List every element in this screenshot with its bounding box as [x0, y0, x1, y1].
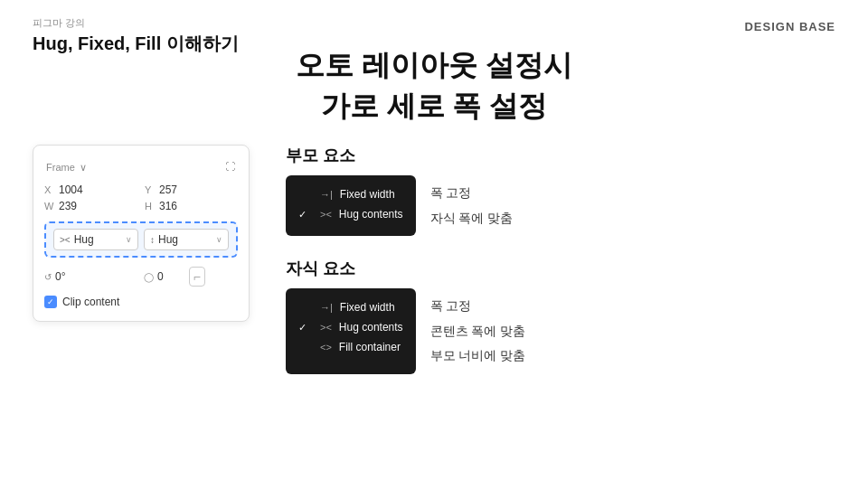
panel-frame-row: Frame ∨ ⛶: [44, 158, 238, 174]
corner-icon: ⌐: [189, 267, 205, 287]
parent-hug-check: ✓: [298, 209, 313, 221]
parent-section: 부모 요소 →| Fixed width ✓ >< Hug contents: [286, 145, 835, 236]
child-item-fixed: →| Fixed width: [298, 297, 403, 317]
header-subtitle: 피그마 강의: [33, 16, 239, 30]
child-hug-icon: ><: [320, 322, 332, 333]
parent-section-title: 부모 요소: [286, 145, 835, 166]
w-value: 239: [59, 200, 77, 212]
panel-expand-icon[interactable]: ⛶: [222, 158, 238, 174]
panel-w-field: W 239: [44, 200, 137, 212]
parent-hug-label: Hug contents: [339, 208, 403, 221]
main-heading: 오토 레이아웃 설정시 가로 세로 폭 설정: [0, 45, 868, 127]
panel-y-field: Y 257: [145, 183, 238, 196]
child-hug-check: ✓: [298, 322, 313, 334]
parent-desc-hug: 자식 폭에 맞춤: [430, 210, 514, 228]
w-label: W: [44, 201, 55, 212]
child-hug-label: Hug contents: [339, 321, 403, 334]
child-desc-hug: 콘텐츠 폭에 맞춤: [430, 323, 526, 341]
info-panel: 부모 요소 →| Fixed width ✓ >< Hug contents: [286, 145, 835, 396]
child-dark-box: →| Fixed width ✓ >< Hug contents <> Fill…: [286, 288, 416, 374]
hug-height-label: Hug: [158, 233, 178, 246]
parent-info-table: →| Fixed width ✓ >< Hug contents 폭 고정 자식…: [286, 175, 835, 236]
parent-hug-icon: ><: [320, 209, 332, 220]
main-content: Frame ∨ ⛶ X 1004 Y 257 W 239 H 316: [33, 145, 835, 396]
child-info-table: →| Fixed width ✓ >< Hug contents <> Fill…: [286, 288, 835, 374]
clip-checkbox[interactable]: ✓: [44, 296, 57, 308]
brand-label: DESIGN BASE: [744, 20, 835, 33]
hug-height-selector[interactable]: ↕ Hug ∨: [144, 229, 229, 250]
parent-fixed-check: [298, 189, 313, 200]
x-label: X: [44, 184, 55, 195]
child-fixed-label: Fixed width: [340, 301, 395, 314]
x-value: 1004: [59, 183, 83, 196]
hug-width-arrow: ∨: [126, 235, 132, 244]
hug-height-arrow: ∨: [216, 235, 222, 244]
child-fill-label: Fill container: [339, 341, 401, 353]
panel-xy-fields: X 1004 Y 257 W 239 H 316: [44, 183, 238, 212]
hug-height-icon: ↕: [150, 235, 155, 245]
hug-width-label: Hug: [74, 233, 94, 246]
y-label: Y: [145, 184, 156, 195]
child-fill-icon: <>: [320, 342, 332, 353]
panel-frame-label: Frame ∨: [44, 160, 222, 174]
angle-value: 0°: [55, 270, 65, 283]
panel-bottom-row: ↺ 0° ◯ 0 ⌐: [44, 267, 238, 287]
child-desc-fill: 부모 너비에 맞춤: [430, 347, 526, 365]
parent-dark-box: →| Fixed width ✓ >< Hug contents: [286, 175, 416, 236]
panel-x-field: X 1004: [44, 183, 137, 196]
child-item-hug: ✓ >< Hug contents: [298, 317, 403, 337]
child-fixed-icon: →|: [320, 302, 333, 313]
parent-item-fixed: →| Fixed width: [298, 184, 403, 204]
hug-selector-row: >< Hug ∨ ↕ Hug ∨: [44, 221, 238, 258]
hug-width-selector[interactable]: >< Hug ∨: [53, 229, 138, 250]
y-value: 257: [159, 183, 177, 196]
panel-clip-row: ✓ Clip content: [44, 296, 238, 308]
parent-fixed-icon: →|: [320, 189, 333, 200]
panel-h-field: H 316: [145, 200, 238, 212]
h-value: 316: [159, 200, 177, 212]
hug-width-icon: ><: [60, 235, 71, 245]
child-item-fill: <> Fill container: [298, 337, 403, 357]
figma-panel: Frame ∨ ⛶ X 1004 Y 257 W 239 H 316: [33, 145, 250, 322]
radius-icon: ◯: [144, 272, 154, 282]
parent-descriptions: 폭 고정 자식 폭에 맞춤: [416, 175, 514, 236]
h-label: H: [145, 201, 156, 212]
child-fill-check: [298, 342, 313, 353]
child-desc-fixed: 폭 고정: [430, 297, 526, 315]
child-descriptions: 폭 고정 콘텐츠 폭에 맞춤 부모 너비에 맞춤: [416, 288, 526, 374]
panel-radius-field: ◯ 0: [144, 270, 164, 283]
parent-fixed-label: Fixed width: [340, 188, 395, 201]
child-section-title: 자식 요소: [286, 258, 835, 279]
panel-angle-field: ↺ 0°: [44, 270, 138, 283]
parent-desc-fixed: 폭 고정: [430, 184, 514, 202]
child-fixed-check: [298, 302, 313, 313]
angle-icon: ↺: [44, 272, 52, 282]
center-heading: 오토 레이아웃 설정시 가로 세로 폭 설정: [0, 45, 868, 127]
child-section: 자식 요소 →| Fixed width ✓ >< Hug contents: [286, 258, 835, 374]
radius-value: 0: [157, 270, 164, 283]
clip-label: Clip content: [62, 296, 119, 308]
parent-item-hug: ✓ >< Hug contents: [298, 204, 403, 224]
